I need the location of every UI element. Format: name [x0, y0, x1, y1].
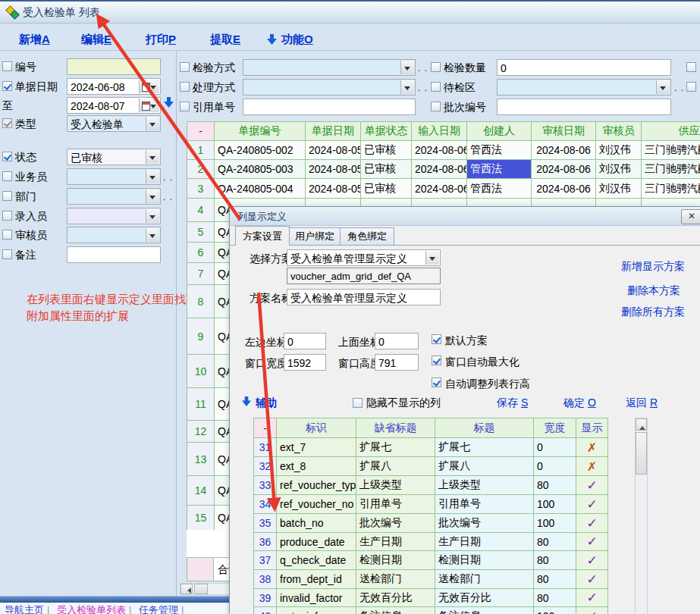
auto-maximize-checkbox[interactable]: [432, 356, 441, 365]
column-header[interactable]: 单据状态: [361, 122, 412, 141]
browse-dots[interactable]: . .: [163, 172, 173, 183]
table-cell[interactable]: 100: [534, 514, 576, 533]
table-cell[interactable]: 15: [187, 506, 215, 531]
table-cell[interactable]: QA-240805-003: [215, 160, 306, 179]
browse-dots[interactable]: . .: [674, 83, 684, 93]
table-row[interactable]: 1QA-240805-0022024-08-05已审核2024-08-06管西法…: [187, 141, 700, 160]
return-button[interactable]: 返回 R: [626, 396, 658, 410]
status-checkbox[interactable]: [2, 152, 12, 161]
column-header[interactable]: 标题: [435, 418, 534, 438]
table-cell[interactable]: note_info: [277, 607, 356, 614]
window-width-input[interactable]: 1592: [284, 354, 326, 371]
table-cell[interactable]: 80: [534, 589, 576, 607]
type-checkbox[interactable]: [2, 118, 12, 128]
table-cell[interactable]: 刘汉伟: [596, 179, 642, 199]
add-scheme-link[interactable]: 新增显示方案: [621, 260, 685, 274]
table-cell[interactable]: 生产日期: [435, 533, 534, 551]
scheme-name-input[interactable]: 受入检验单管理显示定义: [287, 289, 441, 305]
table-row[interactable]: 39invalid_factor无效百分比无效百分比80✓: [254, 589, 608, 607]
column-header[interactable]: 审核员: [596, 122, 642, 141]
table-cell[interactable]: ✓: [576, 570, 608, 589]
type-select[interactable]: 受入检验单: [67, 115, 161, 132]
ref-voucher-no-checkbox[interactable]: [180, 102, 190, 111]
function-button[interactable]: 功能O: [267, 33, 313, 47]
table-cell[interactable]: 80: [534, 570, 576, 589]
table-cell[interactable]: 32: [254, 457, 277, 476]
table-cell[interactable]: 80: [534, 476, 576, 495]
visible-check-icon[interactable]: ✓: [586, 497, 597, 512]
browse-dots[interactable]: . .: [418, 63, 428, 74]
table-cell[interactable]: 已审核: [361, 141, 412, 160]
entry-clerk-checkbox[interactable]: [2, 211, 12, 221]
visible-check-icon[interactable]: ✓: [586, 591, 597, 605]
table-cell[interactable]: 检测日期: [435, 551, 534, 570]
column-header[interactable]: 输入日期: [412, 122, 467, 141]
table-cell[interactable]: ✓: [576, 607, 608, 614]
table-cell[interactable]: 扩展八: [435, 457, 534, 476]
table-cell[interactable]: ext_8: [277, 457, 356, 476]
table-cell[interactable]: 三门驰骋汽配: [642, 160, 700, 179]
hide-hidden-columns-checkbox[interactable]: [353, 398, 363, 408]
auditor-checkbox[interactable]: [2, 230, 12, 240]
dropdown-button[interactable]: [146, 190, 159, 203]
table-row[interactable]: 32ext_8扩展八扩展八0✗: [254, 457, 608, 476]
table-cell[interactable]: q_check_date: [277, 551, 356, 570]
table-cell[interactable]: 批次编号: [356, 514, 435, 533]
table-cell[interactable]: 扩展七: [356, 438, 435, 457]
table-cell[interactable]: ✓: [576, 533, 608, 551]
salesman-select[interactable]: [67, 168, 161, 185]
table-cell[interactable]: 34: [254, 495, 277, 514]
table-cell[interactable]: batch_no: [277, 514, 356, 533]
table-cell[interactable]: 10: [187, 355, 215, 388]
handle-method-checkbox[interactable]: [180, 82, 190, 92]
table-cell[interactable]: 0: [534, 438, 576, 457]
ref-voucher-no-input[interactable]: [243, 99, 416, 115]
table-cell[interactable]: 引用单号: [435, 495, 534, 514]
dropdown-button[interactable]: [146, 228, 159, 242]
visible-check-icon[interactable]: ✓: [586, 572, 597, 587]
table-row[interactable]: 31ext_7扩展七扩展七0✗: [254, 438, 608, 457]
table-cell[interactable]: 引用单号: [356, 495, 435, 514]
helper-button[interactable]: 辅助: [256, 396, 277, 410]
table-cell[interactable]: 生产日期: [356, 533, 435, 551]
date-to-date[interactable]: 2024-08-07: [67, 97, 161, 114]
table-cell[interactable]: 管西法: [467, 179, 532, 199]
table-cell[interactable]: 40: [254, 607, 277, 614]
table-cell[interactable]: 2024-08-06: [532, 179, 596, 199]
pending-area-edge-checkbox[interactable]: [686, 82, 696, 92]
tab-role-binding[interactable]: 角色绑定: [340, 227, 394, 245]
table-cell[interactable]: 2024-08-06: [412, 141, 467, 160]
close-icon[interactable]: ✕: [681, 209, 700, 224]
table-row[interactable]: 40note_info备注信息备注信息100✓: [254, 607, 608, 614]
edit-button[interactable]: 编辑E: [81, 33, 111, 47]
column-header[interactable]: 宽度: [534, 418, 576, 438]
table-cell[interactable]: 37: [254, 551, 277, 570]
table-cell[interactable]: 2024-08-06: [412, 179, 467, 199]
table-cell[interactable]: 2024-08-05: [306, 179, 361, 199]
column-header[interactable]: 标识: [277, 418, 356, 438]
entry-clerk-select[interactable]: [67, 208, 161, 224]
table-cell[interactable]: 扩展八: [356, 457, 435, 476]
table-cell[interactable]: 36: [254, 533, 277, 551]
dialog-scrollbar-thumb[interactable]: [636, 432, 647, 475]
table-cell[interactable]: 100: [534, 495, 576, 514]
calendar-button[interactable]: [139, 99, 159, 112]
browse-dots[interactable]: . .: [418, 83, 428, 93]
table-cell[interactable]: ✓: [576, 589, 608, 607]
status-select[interactable]: 已审核: [67, 149, 161, 165]
table-row[interactable]: 33ref_voucher_type上级类型上级类型80✓: [254, 476, 608, 495]
table-cell[interactable]: ref_voucher_type: [277, 476, 356, 495]
table-row[interactable]: 3QA-240805-0042024-08-05已审核2024-08-06管西法…: [187, 179, 700, 199]
visible-check-icon[interactable]: ✓: [586, 534, 597, 549]
table-cell[interactable]: 11: [187, 388, 215, 421]
inspect-method-checkbox[interactable]: [180, 62, 190, 72]
column-header[interactable]: 审核日期: [532, 122, 596, 141]
table-cell[interactable]: 14: [187, 476, 215, 506]
table-cell[interactable]: 33: [254, 476, 277, 495]
table-row[interactable]: 38from_dept_id送检部门送检部门80✓: [254, 570, 608, 589]
dropdown-button[interactable]: [146, 117, 159, 130]
table-cell[interactable]: 备注信息: [435, 607, 534, 614]
table-cell[interactable]: 7: [187, 263, 215, 285]
table-cell[interactable]: QA-240805-004: [215, 179, 306, 199]
salesman-checkbox[interactable]: [2, 171, 12, 181]
